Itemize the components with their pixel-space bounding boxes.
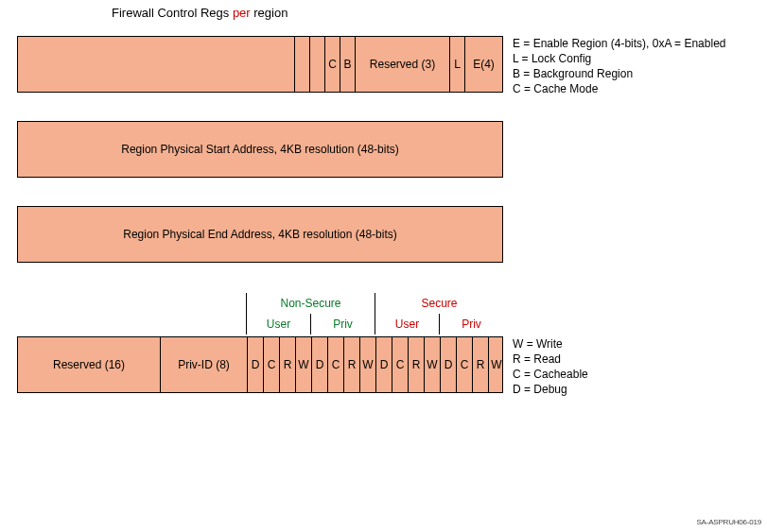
legend-permissions: W = Write R = Read C = Cacheable D = Deb… [513,336,588,397]
legend-b: B = Background Region [513,66,725,81]
register-row-end-addr: Region Physical End Address, 4KB resolut… [17,206,503,263]
legend-e: E = Enable Region (4-bits), 0xA = Enable… [513,36,725,51]
ns-priv-r: R [343,337,359,392]
start-addr-label: Region Physical Start Address, 4KB resol… [121,143,398,156]
hdr-lead-blank [17,314,246,335]
perm-headers: Non-Secure Secure User Priv User Priv [17,293,503,335]
field-privid: Priv-ID (8) [160,337,247,392]
s-priv-r: R [472,337,488,392]
ns-user-r: R [279,337,295,392]
end-addr-label: Region Physical End Address, 4KB resolut… [123,228,396,241]
control-blank-bit [309,37,324,92]
field-b: B [340,37,355,92]
legend-w: W = Write [513,336,588,352]
legend-c2: C = Cacheable [513,367,588,382]
field-c: C [324,37,340,92]
register-row-start-addr: Region Physical Start Address, 4KB resol… [17,121,503,178]
legend-l: L = Lock Config [513,51,725,66]
field-reserved16: Reserved (16) [18,337,160,392]
hdr-ns-user: User [246,314,310,335]
hdr-ns-priv: Priv [310,314,375,335]
field-reserved3: Reserved (3) [355,37,449,92]
s-user-r: R [408,337,424,392]
s-user-w: W [424,337,440,392]
hdr-s-priv: Priv [439,314,503,335]
ns-priv-d: D [311,337,327,392]
title-per: per [233,6,251,20]
control-blank-bit [294,37,309,92]
ns-user-d: D [247,337,263,392]
figure-id: SA-ASPRUH06-019 [696,518,761,526]
title-pre: Firewall Control Regs [112,6,233,20]
hdr-lead-blank [17,293,246,314]
s-priv-w: W [488,337,504,392]
s-user-d: D [375,337,392,392]
field-e4: E(4) [464,37,502,92]
legend-r: R = Read [513,352,588,367]
ns-priv-c: C [327,337,343,392]
hdr-s-user: User [375,314,439,335]
control-blank [18,37,294,92]
hdr-secure: Secure [375,293,503,314]
s-priv-d: D [440,337,456,392]
s-user-c: C [392,337,408,392]
ns-user-c: C [263,337,279,392]
diagram-title: Firewall Control Regs per region [0,0,767,29]
legend-control: E = Enable Region (4-bits), 0xA = Enable… [513,36,725,96]
legend-c: C = Cache Mode [513,81,725,96]
hdr-nonsecure: Non-Secure [246,293,375,314]
register-row-control: C B Reserved (3) L E(4) [17,36,503,93]
legend-d: D = Debug [513,382,588,397]
s-priv-c: C [456,337,472,392]
field-l: L [449,37,464,92]
register-row-permissions: Reserved (16) Priv-ID (8) D C R W D C R … [17,336,503,393]
title-post: region [251,6,288,20]
ns-user-w: W [295,337,311,392]
ns-priv-w: W [359,337,375,392]
